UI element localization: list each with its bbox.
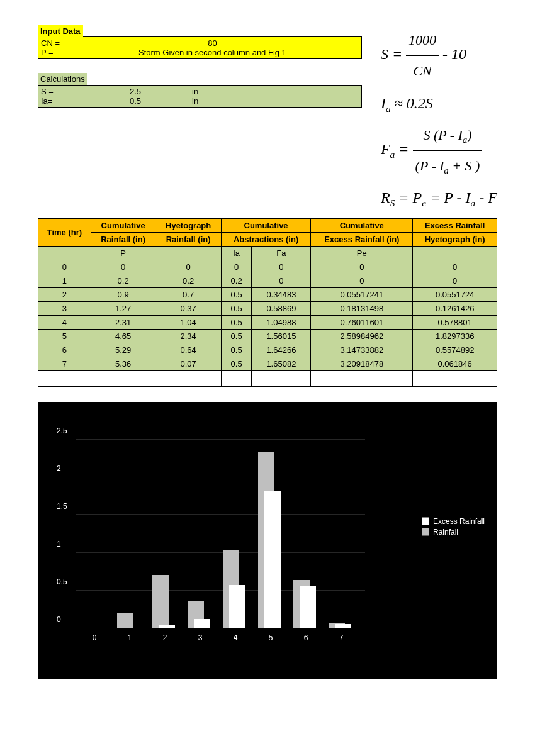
input-data-box: CN = 80 P = Storm Given in second column…	[38, 36, 362, 59]
th-cumrain2: Rainfall (in)	[91, 233, 155, 247]
p-value: Storm Given in second column and Fig 1	[66, 48, 359, 57]
eq-fa: Fa = S (P - Ia)(P - Ia + S )	[381, 120, 497, 182]
y-tick-label: 2.5	[57, 426, 67, 435]
var-row: P Ia Fa Pe	[38, 247, 497, 260]
th-cumrain1: Cumulative	[91, 219, 155, 233]
input-data-heading: Input Data	[38, 25, 83, 37]
table-row: 10.20.20.2000	[38, 274, 497, 288]
bar-rainfall	[117, 613, 133, 628]
eq-ia: Ia ≈ 0.2S	[381, 87, 497, 120]
th-time: Time (hr)	[38, 219, 91, 247]
bar-rainfall	[152, 575, 169, 628]
bar-chart: 00.511.522.501234567 Excess Rainfall Rai…	[38, 402, 497, 679]
eq-rs: RS = Pe = P - Ia - F	[381, 181, 497, 214]
y-tick-label: 0.5	[57, 577, 67, 586]
results-table: Time (hr) Cumulative Hyetograph Cumulati…	[38, 218, 497, 387]
ia-label: Ia=	[41, 96, 79, 106]
calculations-box: S = 2.5 in Ia= 0.5 in	[38, 85, 362, 108]
table-row: 54.652.340.51.560152.589849621.8297336	[38, 330, 497, 343]
table-row: 20.90.70.50.344830.055172410.0551724	[38, 288, 497, 302]
legend-excess: Excess Rainfall	[433, 517, 485, 526]
p-label: P =	[41, 48, 66, 57]
ia-unit: in	[192, 96, 217, 106]
s-label: S =	[41, 87, 79, 96]
x-tick-label: 6	[293, 633, 318, 642]
th-exhy2: Hyetograph (in)	[413, 233, 497, 247]
th-hyeto1: Hyetograph	[155, 219, 221, 233]
eq-s: S = 1000CN - 10	[381, 25, 497, 87]
bar-excess	[159, 625, 175, 629]
s-unit: in	[192, 87, 217, 96]
cn-label: CN =	[41, 38, 66, 48]
bar-excess	[335, 624, 351, 628]
bar-excess	[264, 491, 281, 629]
table-row: 75.360.070.51.650823.209184780.061846	[38, 357, 497, 371]
y-tick-label: 1	[57, 540, 61, 548]
x-tick-label: 1	[117, 633, 142, 642]
x-tick-label: 5	[258, 633, 283, 642]
th-cumex2: Excess Rainfall (in)	[311, 233, 413, 247]
equations-block: S = 1000CN - 10 Ia ≈ 0.2S Fa = S (P - Ia…	[381, 25, 497, 214]
th-cumabs2: Abstractions (in)	[221, 233, 310, 247]
ia-value: 0.5	[79, 96, 192, 106]
bar-excess	[300, 586, 316, 628]
table-row: 65.290.640.51.642663.147338820.5574892	[38, 343, 497, 357]
x-tick-label: 0	[82, 633, 107, 642]
cn-value: 80	[66, 38, 359, 48]
s-value: 2.5	[79, 87, 192, 96]
bar-excess	[229, 585, 245, 628]
th-exhy1: Excess Rainfall	[413, 219, 497, 233]
x-tick-label: 3	[188, 633, 213, 642]
y-tick-label: 2	[57, 464, 61, 473]
x-tick-label: 7	[329, 633, 354, 642]
table-row: 31.270.370.50.588690.181314980.1261426	[38, 302, 497, 316]
th-cumex1: Cumulative	[311, 219, 413, 233]
y-tick-label: 0	[57, 615, 61, 624]
table-blank-row	[38, 371, 497, 387]
calculations-heading: Calculations	[38, 73, 87, 85]
chart-legend: Excess Rainfall Rainfall	[422, 515, 485, 538]
table-row: 42.311.040.51.049880.760116010.578801	[38, 316, 497, 330]
x-tick-label: 2	[152, 633, 177, 642]
y-tick-label: 1.5	[57, 502, 67, 511]
th-hyeto2: Rainfall (in)	[155, 233, 221, 247]
th-cumabs1: Cumulative	[221, 219, 310, 233]
bar-excess	[194, 619, 210, 628]
legend-rainfall: Rainfall	[433, 528, 458, 536]
x-tick-label: 4	[223, 633, 248, 642]
table-row: 0000000	[38, 260, 497, 274]
